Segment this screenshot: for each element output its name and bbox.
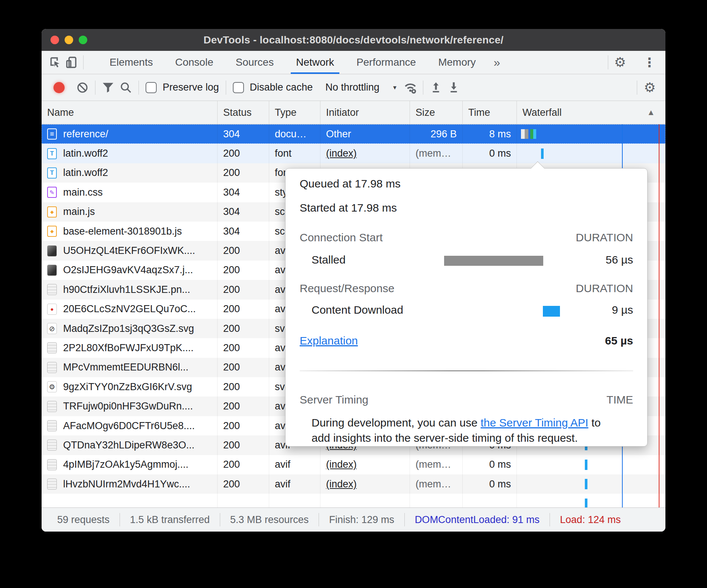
status-cell: 200 (218, 261, 269, 280)
preserve-log-toggle[interactable]: Preserve log (146, 82, 219, 93)
network-conditions-icon[interactable] (401, 79, 419, 97)
record-network-log-button[interactable] (53, 82, 65, 93)
initiator-cell: Other (320, 124, 410, 144)
tab-network[interactable]: Network (285, 51, 345, 74)
request-name: latin.woff2 (63, 167, 108, 179)
type-cell: font (269, 144, 320, 163)
type-cell: avif (269, 455, 320, 474)
stalled-duration-bar (444, 256, 543, 266)
status-item: 1.5 kB transferred (120, 514, 220, 526)
request-name-cell: h90CtfziXluvh1LSSKJE.pn... (42, 280, 218, 299)
column-header-name[interactable]: Name (42, 101, 218, 124)
network-settings-gear-icon[interactable]: ⚙ (641, 79, 659, 97)
initiator-link[interactable]: (index) (326, 148, 357, 159)
table-row[interactable]: Tlatin.woff2200font(index)(mem…0 ms (42, 144, 665, 163)
image-icon (47, 284, 57, 295)
request-name-cell (42, 494, 218, 507)
time-cell: 0 ms (463, 474, 517, 494)
request-name-cell: MPcVmmemtEEDURBN6l... (42, 358, 218, 377)
status-cell: 200 (218, 416, 269, 435)
size-cell: 296 B (410, 124, 463, 144)
time-cell: 8 ms (463, 124, 517, 144)
request-name-cell: AFacMOgv6D0CFTr6U5e8.... (42, 416, 218, 435)
photo-icon (47, 265, 57, 276)
explanation-link[interactable]: Explanation (300, 334, 358, 347)
status-cell: 304 (218, 124, 269, 144)
red-dot-icon: ● (47, 304, 57, 315)
divider (423, 81, 423, 95)
main-menu-dots-icon[interactable]: ⋮ (628, 55, 656, 70)
gear-image-icon: ⚙ (47, 381, 57, 392)
time-column-label: TIME (606, 393, 633, 406)
table-row[interactable]: 4pIMBj7zOAk1y5Agmmoj....200avif(index)(m… (42, 455, 665, 474)
table-row[interactable] (42, 494, 665, 507)
image-icon (47, 459, 57, 470)
request-name-cell: ◆main.js (42, 202, 218, 222)
import-har-icon[interactable] (427, 79, 445, 97)
initiator-cell: (index) (320, 144, 410, 163)
disable-cache-toggle[interactable]: Disable cache (233, 82, 313, 93)
sort-ascending-icon[interactable]: ▲ (647, 108, 655, 117)
divider (637, 81, 637, 95)
initiator-link[interactable]: (index) (326, 459, 357, 470)
tab-performance[interactable]: Performance (345, 51, 427, 74)
request-name-cell: ≡reference/ (42, 124, 218, 144)
tab-elements[interactable]: Elements (98, 51, 164, 74)
size-cell (410, 494, 463, 507)
js-icon: ◆ (47, 206, 57, 218)
tab-bar: Elements Console Sources Network Perform… (42, 51, 665, 74)
server-timing-paragraph: During development, you can use the Serv… (312, 415, 622, 445)
column-header-initiator[interactable]: Initiator (320, 101, 410, 124)
settings-gear-icon[interactable]: ⚙ (612, 54, 628, 71)
table-row[interactable]: lHvzbNUIrm2Mvd4H1Ywc....200avif(index)(m… (42, 474, 665, 494)
request-name-cell: 4pIMBj7zOAk1y5Agmmoj.... (42, 455, 218, 474)
waterfall-cell (517, 474, 665, 494)
waterfall-bar-segment (525, 129, 528, 139)
tab-memory[interactable]: Memory (427, 51, 487, 74)
request-name-cell: lHvzbNUIrm2Mvd4H1Ywc.... (42, 474, 218, 494)
request-name: h90CtfziXluvh1LSSKJE.pn... (63, 284, 190, 295)
server-timing-api-link[interactable]: the Server Timing API (480, 416, 588, 429)
tab-console[interactable]: Console (164, 51, 225, 74)
image-icon (47, 440, 57, 451)
stalled-value: 56 µs (606, 254, 633, 266)
status-cell: 200 (218, 319, 269, 338)
status-item: DOMContentLoaded: 91 ms (405, 514, 550, 526)
column-header-waterfall[interactable]: Waterfall ▲ (517, 101, 665, 124)
status-cell: 200 (218, 474, 269, 494)
initiator-link[interactable]: (index) (326, 478, 357, 490)
request-name: main.css (63, 187, 103, 198)
status-cell: 200 (218, 338, 269, 357)
filter-icon[interactable] (99, 79, 117, 97)
divider (95, 81, 95, 95)
clear-network-log-icon[interactable] (74, 79, 91, 97)
throttling-dropdown[interactable]: No throttling ▼ (325, 82, 397, 93)
status-item: Finish: 129 ms (319, 514, 404, 526)
status-cell: 200 (218, 241, 269, 260)
column-header-type[interactable]: Type (269, 101, 320, 124)
paragraph-text: During development, you can use (312, 416, 480, 429)
more-tabs-icon[interactable]: » (487, 56, 507, 69)
status-cell: 200 (218, 144, 269, 163)
request-name-cell: ✎main.css (42, 183, 218, 202)
column-header-status[interactable]: Status (218, 101, 269, 124)
request-name-cell: QTDnaY32hLDipeRW8e3O... (42, 435, 218, 455)
disable-cache-checkbox[interactable] (233, 82, 244, 93)
inspect-element-icon[interactable] (47, 54, 63, 71)
search-icon[interactable] (117, 79, 135, 97)
tab-sources[interactable]: Sources (224, 51, 285, 74)
status-item: 5.3 MB resources (220, 514, 319, 526)
preserve-log-checkbox[interactable] (146, 82, 157, 93)
device-toolbar-icon[interactable] (63, 54, 79, 71)
column-header-size[interactable]: Size (410, 101, 463, 124)
table-row[interactable]: ≡reference/304docu…Other296 B8 ms (42, 124, 665, 144)
export-har-icon[interactable] (445, 79, 463, 97)
image-icon (47, 342, 57, 353)
divider (83, 55, 84, 69)
waterfall-tick (585, 460, 587, 470)
column-header-time[interactable]: Time (463, 101, 517, 124)
network-toolbar: Preserve log Disable cache No throttling… (42, 74, 665, 101)
throttling-value: No throttling (325, 82, 379, 93)
total-duration-value: 65 µs (605, 334, 633, 347)
devtools-window: DevTools - localhost:8080/docs/devtools/… (42, 29, 665, 532)
